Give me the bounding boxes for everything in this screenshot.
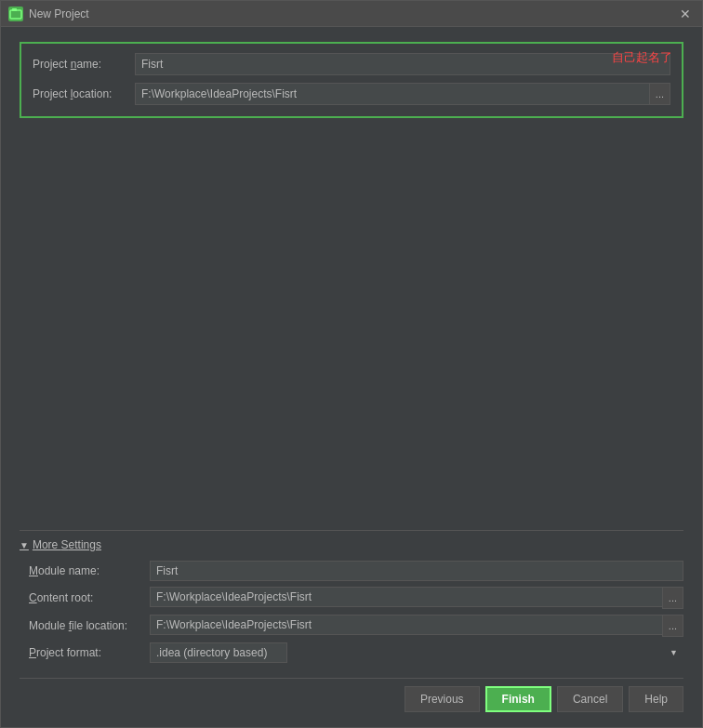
project-location-browse-button[interactable]: ...	[649, 83, 670, 105]
module-file-location-row: Module file location: ...	[20, 615, 683, 637]
project-location-row: Project location: ...	[33, 83, 670, 105]
module-file-location-browse-button[interactable]: ...	[662, 615, 683, 637]
module-file-location-input-group: ...	[150, 615, 683, 637]
finish-button[interactable]: Finish	[485, 686, 551, 712]
project-name-label: Project name:	[33, 58, 135, 71]
close-button[interactable]: ✕	[676, 7, 695, 21]
main-form-section: 自己起名了 Project name: Project location: ..…	[20, 42, 683, 118]
dialog-icon	[8, 7, 23, 21]
more-settings-header[interactable]: ▼ More Settings	[20, 538, 683, 551]
annotation-text: 自己起名了	[612, 49, 672, 66]
project-format-row: Project format: .idea (directory based) …	[20, 642, 683, 663]
svg-rect-0	[10, 10, 21, 19]
project-format-label: Project format:	[20, 646, 150, 659]
content-root-input-group: ...	[150, 587, 683, 609]
cancel-button[interactable]: Cancel	[557, 686, 623, 712]
dialog-title: New Project	[29, 7, 89, 20]
module-name-row: Module name:	[20, 561, 683, 581]
project-name-row: Project name:	[33, 53, 670, 75]
new-project-dialog: New Project ✕ 自己起名了 Project name: Projec…	[0, 0, 703, 728]
module-file-location-input[interactable]	[150, 615, 662, 635]
content-root-row: Content root: ...	[20, 587, 683, 609]
project-name-input[interactable]	[135, 53, 670, 75]
title-bar: New Project ✕	[1, 1, 702, 27]
project-format-select[interactable]: .idea (directory based) .ipr (file based…	[150, 642, 287, 663]
more-settings-section: ▼ More Settings Module name: Content roo…	[20, 530, 683, 668]
project-location-input[interactable]	[135, 83, 649, 105]
project-format-select-wrapper: .idea (directory based) .ipr (file based…	[150, 642, 683, 663]
module-file-location-label: Module file location:	[20, 619, 150, 632]
project-location-input-group: ...	[135, 83, 670, 105]
content-root-label: Content root:	[20, 591, 150, 604]
button-bar: Previous Finish Cancel Help	[20, 678, 683, 718]
svg-rect-1	[12, 8, 17, 11]
more-settings-label: More Settings	[33, 538, 101, 551]
content-root-input[interactable]	[150, 587, 662, 607]
module-name-input[interactable]	[150, 561, 683, 581]
project-location-label: Project location:	[33, 87, 135, 100]
help-button[interactable]: Help	[629, 686, 683, 712]
content-root-browse-button[interactable]: ...	[662, 587, 683, 609]
content-area: 自己起名了 Project name: Project location: ..…	[1, 27, 702, 727]
module-name-label: Module name:	[20, 564, 150, 577]
spacer	[20, 131, 683, 530]
previous-button[interactable]: Previous	[405, 686, 480, 712]
title-bar-left: New Project	[8, 7, 89, 21]
triangle-icon: ▼	[20, 540, 29, 550]
